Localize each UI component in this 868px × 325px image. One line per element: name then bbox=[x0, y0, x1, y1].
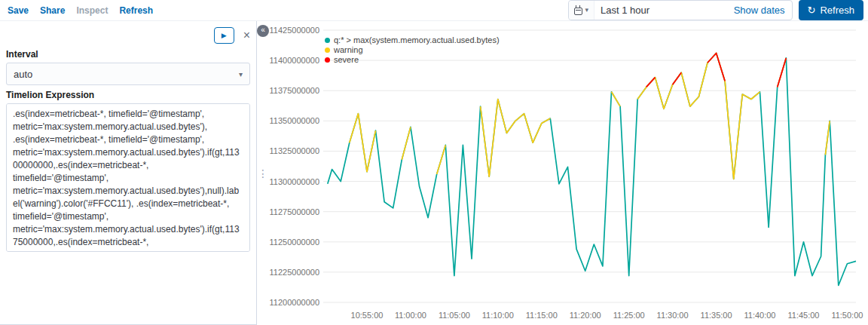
legend-item-severe[interactable]: severe bbox=[325, 55, 500, 64]
legend-label-warning: warning bbox=[334, 45, 363, 54]
refresh-button-label: Refresh bbox=[820, 5, 854, 16]
date-quick-select-button[interactable]: ▾ bbox=[569, 1, 595, 20]
calendar-icon bbox=[574, 8, 582, 15]
svg-text:11350000000: 11350000000 bbox=[270, 116, 319, 125]
svg-text:10:55:00: 10:55:00 bbox=[351, 311, 384, 320]
svg-text:11:40:00: 11:40:00 bbox=[744, 311, 775, 320]
share-link[interactable]: Share bbox=[40, 5, 65, 16]
refresh-button[interactable]: ↻ Refresh bbox=[799, 0, 863, 20]
caret-down-icon: ▾ bbox=[585, 7, 589, 14]
svg-text:11:30:00: 11:30:00 bbox=[657, 311, 689, 320]
show-dates-button[interactable]: Show dates bbox=[727, 5, 792, 16]
legend-label-severe: severe bbox=[334, 55, 359, 64]
timelion-expression-input[interactable]: .es(index=metricbeat-*, timefield='@time… bbox=[6, 103, 250, 252]
chevron-down-icon: ▾ bbox=[239, 70, 243, 78]
svg-text:11:05:00: 11:05:00 bbox=[439, 311, 470, 320]
interval-selected-value: auto bbox=[14, 69, 32, 80]
svg-text:11:45:00: 11:45:00 bbox=[787, 311, 819, 320]
svg-text:11325000000: 11325000000 bbox=[270, 146, 319, 155]
legend-item-series[interactable]: q:* > max(system.memory.actual.used.byte… bbox=[325, 35, 500, 44]
expression-label: Timelion Expression bbox=[6, 90, 250, 100]
svg-text:11225000000: 11225000000 bbox=[270, 268, 319, 277]
timelion-chart[interactable]: 1120000000011225000000112500000001127500… bbox=[269, 21, 868, 325]
svg-text:11375000000: 11375000000 bbox=[270, 86, 319, 95]
panel-resizer: « ⋮ bbox=[257, 21, 269, 325]
time-controls: ▾ Last 1 hour Show dates ↻ Refresh bbox=[568, 0, 863, 20]
chart-legend: q:* > max(system.memory.actual.used.byte… bbox=[325, 35, 500, 65]
svg-text:11:00:00: 11:00:00 bbox=[395, 311, 426, 320]
svg-text:11:50:00: 11:50:00 bbox=[831, 311, 863, 320]
super-date-picker: ▾ Last 1 hour Show dates bbox=[568, 0, 793, 20]
legend-item-warning[interactable]: warning bbox=[325, 45, 500, 54]
time-range-value[interactable]: Last 1 hour bbox=[594, 5, 727, 16]
svg-text:11:20:00: 11:20:00 bbox=[570, 311, 601, 320]
svg-text:11:35:00: 11:35:00 bbox=[701, 311, 732, 320]
svg-text:11425000000: 11425000000 bbox=[270, 26, 319, 35]
svg-text:11200000000: 11200000000 bbox=[270, 298, 319, 307]
editor-toolbar: ▶ × bbox=[6, 26, 250, 44]
collapse-panel-button[interactable]: « bbox=[257, 25, 269, 37]
interval-label: Interval bbox=[6, 49, 250, 60]
close-icon[interactable]: × bbox=[243, 29, 250, 41]
play-icon: ▶ bbox=[222, 32, 227, 39]
series-color-dot bbox=[325, 38, 330, 43]
legend-label-series: q:* > max(system.memory.actual.used.byte… bbox=[334, 35, 500, 44]
collapse-icon: « bbox=[261, 26, 265, 34]
svg-text:11:15:00: 11:15:00 bbox=[526, 311, 558, 320]
main-content: ▶ × Interval auto ▾ Timelion Expression … bbox=[0, 21, 868, 325]
interval-select[interactable]: auto ▾ bbox=[6, 63, 250, 85]
refresh-icon: ↻ bbox=[808, 5, 816, 15]
chart-area: q:* > max(system.memory.actual.used.byte… bbox=[269, 21, 868, 325]
svg-text:11400000000: 11400000000 bbox=[270, 56, 319, 65]
svg-text:11250000000: 11250000000 bbox=[270, 238, 319, 247]
refresh-link[interactable]: Refresh bbox=[119, 5, 153, 16]
run-expression-button[interactable]: ▶ bbox=[214, 27, 234, 44]
save-link[interactable]: Save bbox=[8, 5, 29, 16]
severe-color-dot bbox=[325, 57, 330, 63]
warning-color-dot bbox=[325, 48, 330, 53]
svg-text:11:10:00: 11:10:00 bbox=[482, 311, 514, 320]
top-bar: Save Share Inspect Refresh ▾ Last 1 hour… bbox=[0, 0, 868, 21]
svg-text:11300000000: 11300000000 bbox=[270, 177, 319, 186]
svg-text:11:25:00: 11:25:00 bbox=[613, 311, 645, 320]
svg-text:11275000000: 11275000000 bbox=[270, 207, 319, 216]
inspect-link[interactable]: Inspect bbox=[76, 5, 108, 16]
app-nav-links: Save Share Inspect Refresh bbox=[8, 5, 153, 16]
timelion-editor-panel: ▶ × Interval auto ▾ Timelion Expression … bbox=[0, 21, 257, 325]
resizer-handle[interactable]: ⋮ bbox=[258, 167, 268, 179]
